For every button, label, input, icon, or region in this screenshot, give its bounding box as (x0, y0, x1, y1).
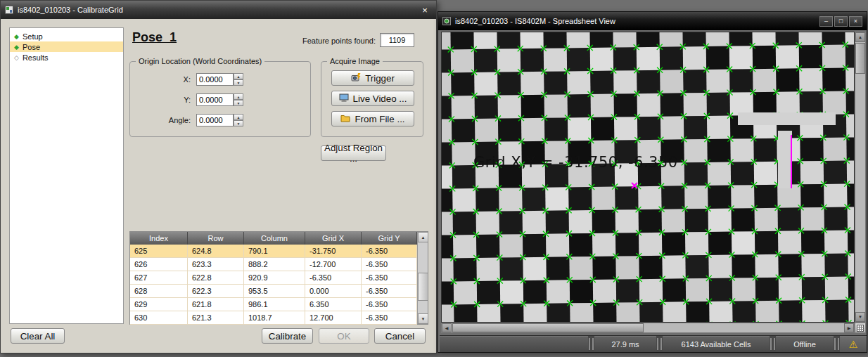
page-title: Pose 1 (132, 30, 177, 45)
tree-item-pose[interactable]: ◆ Pose (10, 41, 123, 52)
feature-points-table: Index Row Column Grid X Grid Y 625 624.8… (129, 231, 428, 325)
step-pending-icon: ◇ (14, 54, 19, 61)
spin-up-icon[interactable]: ▲ (234, 114, 243, 120)
feature-points-value: 1109 (380, 33, 414, 47)
x-label: X: (136, 75, 196, 84)
minimize-icon[interactable]: – (819, 16, 833, 27)
tree-item-label: Results (23, 53, 49, 62)
app-icon (5, 6, 13, 14)
status-divider (770, 338, 775, 350)
scrollbar-thumb[interactable] (452, 323, 644, 332)
status-bar: 27.9 ms 6143 Available Cells Offline ⚠ (440, 335, 867, 352)
cancel-button[interactable]: Cancel (374, 328, 426, 344)
status-message-area (440, 336, 588, 352)
status-divider (834, 338, 839, 350)
from-file-button[interactable]: From File ... (331, 111, 414, 126)
horizontal-scrollbar[interactable]: ◀ ▶ (441, 323, 855, 333)
table-row[interactable]: 630 621.3 1018.7 12.700 -6.350 (130, 311, 417, 325)
scroll-down-icon[interactable]: ▼ (418, 313, 428, 324)
live-video-button[interactable]: Live Video ... (331, 91, 414, 106)
x-stepper[interactable]: ▲ ▼ (234, 73, 243, 86)
trigger-icon (351, 73, 361, 84)
table-row[interactable]: 629 621.8 986.1 6.350 -6.350 (130, 298, 417, 311)
table-row[interactable]: 628 622.3 953.5 0.000 -6.350 (130, 285, 417, 298)
view-title-bar[interactable]: is8402_010203 - IS8402M - Spreadsheet Vi… (438, 12, 867, 30)
spreadsheet-view-window: is8402_010203 - IS8402M - Spreadsheet Vi… (438, 11, 867, 353)
table-row[interactable]: 627 622.8 920.9 -6.350 -6.350 (130, 271, 417, 285)
spin-up-icon[interactable]: ▲ (234, 93, 243, 100)
folder-icon (340, 114, 350, 124)
clear-all-button[interactable]: Clear All (11, 328, 65, 344)
camera-app-icon (442, 17, 451, 25)
connection-status: Offline (776, 336, 834, 352)
col-column[interactable]: Column (244, 232, 305, 245)
spin-down-icon[interactable]: ▼ (234, 100, 243, 106)
step-complete-icon: ◆ (14, 33, 19, 40)
tree-item-label: Pose (23, 43, 40, 51)
available-cells: 6143 Available Cells (663, 336, 770, 352)
feature-points-label: Feature points found: (293, 37, 376, 45)
spin-down-icon[interactable]: ▼ (234, 79, 243, 86)
grid-xy-overlay: Grid X,Y = -31.750, -6.350 (473, 154, 678, 171)
y-label: Y: (136, 96, 196, 104)
origin-group-title: Origin Location (World Coordinates) (136, 57, 264, 65)
adjust-region-button[interactable]: Adjust Region ... (321, 145, 386, 161)
scroll-left-icon[interactable]: ◀ (442, 323, 452, 332)
status-divider (657, 338, 662, 350)
maximize-icon[interactable]: □ (834, 16, 848, 27)
window-title: is8402_010203 - IS8402M - Spreadsheet Vi… (455, 17, 819, 25)
table-scrollbar[interactable]: ▲ ▼ (417, 232, 428, 324)
col-grid-y[interactable]: Grid Y (362, 232, 417, 245)
origin-location-group: Origin Location (World Coordinates) X: ▲… (129, 61, 311, 137)
table-row[interactable]: 625 624.8 790.1 -31.750 -6.350 (130, 245, 417, 258)
table-header: Index Row Column Grid X Grid Y (130, 232, 417, 245)
scroll-right-icon[interactable]: ▶ (844, 323, 854, 332)
scrollbar-thumb[interactable] (855, 43, 865, 74)
close-icon[interactable]: × (418, 4, 432, 16)
spin-down-icon[interactable]: ▼ (234, 120, 243, 126)
tree-item-label: Setup (23, 32, 43, 41)
spin-up-icon[interactable]: ▲ (234, 73, 243, 79)
status-divider (589, 338, 594, 350)
acquire-image-group: Acquire Image Trigger Live Video ... Fro… (321, 61, 423, 137)
calibrate-title-bar[interactable]: is8402_010203 - CalibrateGrid × (1, 1, 436, 19)
scroll-down-icon[interactable]: ▼ (855, 312, 865, 322)
warning-icon: ⚠ (840, 336, 867, 352)
col-grid-x[interactable]: Grid X (305, 232, 362, 245)
scroll-up-icon[interactable]: ▲ (418, 232, 428, 242)
live-video-icon (339, 93, 349, 104)
calibrate-button[interactable]: Calibrate (262, 328, 313, 344)
calibration-step-tree: ◆ Setup ◆ Pose ◇ Results (9, 27, 124, 324)
table-row[interactable]: 626 623.3 888.2 -12.700 -6.350 (130, 258, 417, 271)
window-title: is8402_010203 - CalibrateGrid (18, 6, 418, 14)
vertical-scrollbar[interactable]: ▲ ▼ (855, 32, 866, 323)
y-field[interactable] (196, 93, 234, 106)
acquisition-time: 27.9 ms (594, 336, 656, 352)
spreadsheet-toggle-icon[interactable] (855, 323, 866, 333)
scrollbar-thumb[interactable] (418, 273, 428, 301)
step-complete-icon: ◆ (14, 44, 19, 51)
calibration-grid-image (441, 32, 855, 323)
acquire-group-title: Acquire Image (327, 57, 383, 65)
tree-item-setup[interactable]: ◆ Setup (10, 31, 123, 41)
trigger-button[interactable]: Trigger (331, 70, 414, 86)
angle-stepper[interactable]: ▲ ▼ (234, 114, 243, 126)
col-index[interactable]: Index (130, 232, 188, 245)
angle-label: Angle: (136, 116, 196, 124)
x-field[interactable] (196, 73, 234, 86)
y-stepper[interactable]: ▲ ▼ (234, 93, 243, 106)
ok-button: OK (319, 328, 369, 344)
col-row[interactable]: Row (188, 232, 244, 245)
calibrate-grid-window: is8402_010203 - CalibrateGrid × ◆ Setup … (0, 0, 437, 353)
close-icon[interactable]: × (849, 16, 862, 27)
angle-field[interactable] (196, 114, 234, 126)
tree-item-results[interactable]: ◇ Results (10, 52, 123, 63)
scroll-up-icon[interactable]: ▲ (855, 32, 865, 42)
